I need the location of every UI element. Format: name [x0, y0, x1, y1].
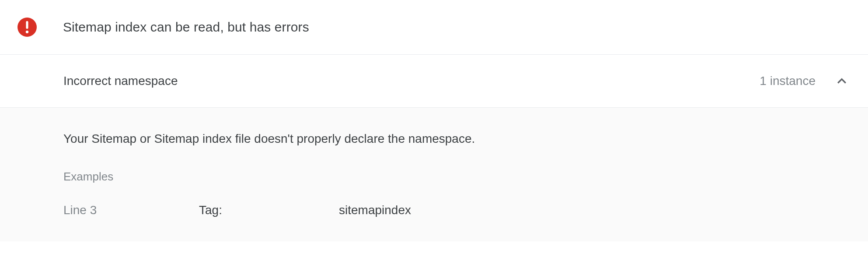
examples-label: Examples [63, 170, 851, 184]
example-row: Line 3 Tag: sitemapindex [63, 203, 851, 217]
error-details-panel: Your Sitemap or Sitemap index file doesn… [0, 108, 868, 241]
error-title: Incorrect namespace [63, 74, 760, 88]
error-description: Your Sitemap or Sitemap index file doesn… [63, 132, 851, 146]
status-message: Sitemap index can be read, but has error… [63, 20, 309, 35]
instance-count: 1 instance [760, 74, 816, 88]
example-tag-label: Tag: [199, 203, 339, 217]
chevron-up-icon [833, 72, 851, 90]
svg-rect-0 [26, 21, 28, 29]
error-accordion-header[interactable]: Incorrect namespace 1 instance [0, 55, 868, 108]
error-icon [17, 18, 37, 37]
example-tag-value: sitemapindex [339, 203, 411, 217]
example-line-label: Line 3 [63, 203, 199, 217]
svg-point-1 [26, 31, 28, 33]
status-row: Sitemap index can be read, but has error… [0, 0, 868, 55]
